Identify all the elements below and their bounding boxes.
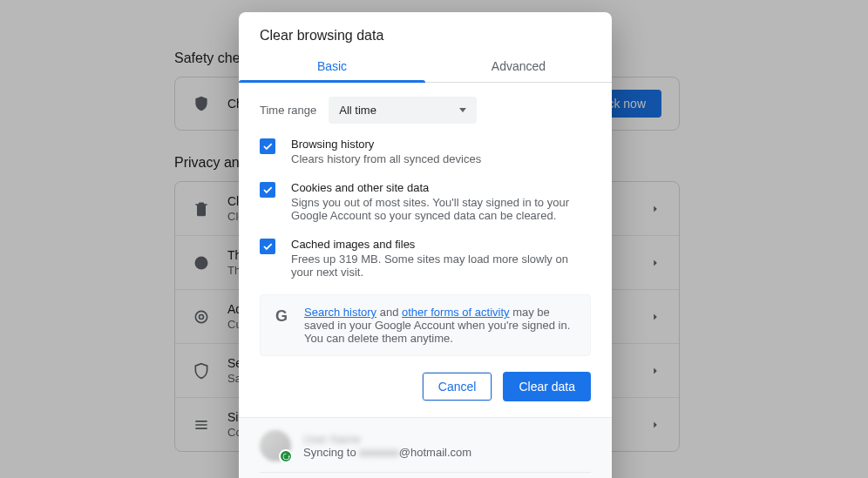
other-activity-link[interactable]: other forms of activity xyxy=(402,306,510,319)
item-title: Browsing history xyxy=(291,138,591,151)
tab-basic[interactable]: Basic xyxy=(239,49,425,82)
cancel-button[interactable]: Cancel xyxy=(422,372,493,401)
search-history-link[interactable]: Search history xyxy=(304,306,376,319)
account-name: User Name xyxy=(303,433,591,446)
clear-browsing-data-dialog: Clear browsing data Basic Advanced Time … xyxy=(239,12,612,478)
google-logo-icon: G xyxy=(273,307,290,325)
time-range-label: Time range xyxy=(260,104,316,117)
checkbox-cookies[interactable] xyxy=(260,182,275,198)
sync-status-icon xyxy=(279,449,293,463)
checkbox-cache[interactable] xyxy=(260,239,275,254)
time-range-select[interactable]: All time xyxy=(329,97,477,124)
clear-data-button[interactable]: Clear data xyxy=(503,372,591,401)
item-sub: Clears history from all synced devices xyxy=(291,152,591,165)
chevron-down-icon xyxy=(459,108,466,112)
sync-status: Syncing to xxxxxxx@hotmail.com xyxy=(303,446,591,459)
item-sub: Frees up 319 MB. Some sites may load mor… xyxy=(291,252,591,279)
checkbox-browsing-history[interactable] xyxy=(260,138,275,154)
dialog-title: Clear browsing data xyxy=(239,12,612,49)
item-title: Cookies and other site data xyxy=(291,181,591,194)
item-title: Cached images and files xyxy=(291,238,591,251)
tab-advanced[interactable]: Advanced xyxy=(425,49,612,82)
time-range-value: All time xyxy=(339,104,376,117)
google-activity-info: G Search history and other forms of acti… xyxy=(260,294,591,356)
item-sub: Signs you out of most sites. You'll stay… xyxy=(291,196,591,222)
